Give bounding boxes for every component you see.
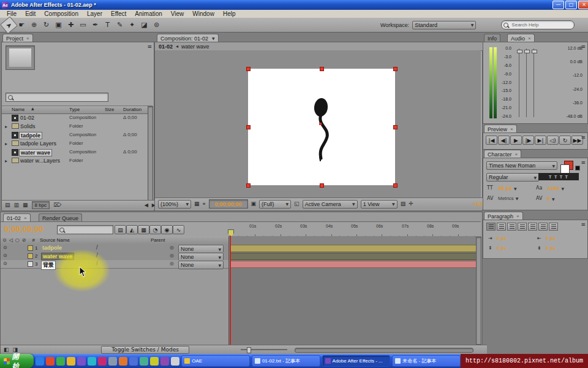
layer-row[interactable]: ⊙ 2 water wave / ◎ None bbox=[1, 252, 228, 261]
tab-character[interactable]: Character bbox=[484, 150, 521, 158]
target-icon[interactable]: ⌖ bbox=[203, 201, 206, 207]
leading-value[interactable]: Auto bbox=[547, 185, 564, 191]
eraser-tool-icon[interactable]: ◪ bbox=[138, 20, 150, 31]
selection-tool-icon[interactable]: ➤ bbox=[0, 16, 18, 34]
menu-effect[interactable]: Effect bbox=[107, 10, 130, 17]
breadcrumb-item[interactable]: water wave bbox=[181, 44, 209, 50]
layer-row[interactable]: ⊙ 3 背景 / ◎ None bbox=[1, 260, 228, 269]
new-folder-icon[interactable]: ▥ bbox=[14, 202, 20, 208]
quicklaunch-icon[interactable] bbox=[129, 357, 138, 366]
previous-frame-button[interactable]: ◀| bbox=[498, 136, 510, 145]
quicklaunch-icon[interactable] bbox=[98, 357, 107, 366]
layer-row[interactable]: ⊙ 1 tadpole / ◎ None bbox=[1, 244, 228, 253]
grid-options-icon[interactable]: ▦ bbox=[194, 201, 200, 207]
taskbar-button-notepad-untitled[interactable]: 未命名 - 記事本 bbox=[392, 355, 461, 367]
minimize-button[interactable]: — bbox=[552, 1, 564, 9]
project-row[interactable]: tadpole Layers Folder bbox=[4, 140, 148, 148]
project-search-input[interactable] bbox=[15, 94, 97, 101]
view-layout-select[interactable]: 1 View bbox=[361, 200, 398, 209]
audio-fader-both[interactable] bbox=[526, 48, 527, 117]
selection-handle[interactable] bbox=[246, 67, 251, 71]
scroll-left-icon[interactable]: ◀ bbox=[145, 203, 148, 208]
audio-fader-right[interactable] bbox=[533, 48, 534, 117]
project-row[interactable]: 01-02 Composition Δ 0;00 bbox=[4, 114, 148, 123]
tab-info[interactable]: Info bbox=[484, 34, 500, 42]
twirl-icon[interactable] bbox=[5, 123, 7, 129]
time-ruler[interactable]: 01s 02s 03s 04s 05s 06s 07s 08s 09s bbox=[228, 221, 481, 237]
quicklaunch-icon[interactable] bbox=[36, 357, 44, 366]
new-composition-icon[interactable]: ▦ bbox=[23, 202, 28, 208]
menu-window[interactable]: Window bbox=[188, 10, 219, 17]
quicklaunch-icon[interactable] bbox=[67, 357, 75, 366]
audio-fader-left[interactable] bbox=[519, 48, 519, 117]
label-color-swatch[interactable] bbox=[28, 245, 33, 251]
project-row[interactable]: water w...Layers Folder bbox=[4, 157, 148, 166]
selection-handle[interactable] bbox=[320, 183, 324, 188]
layer-name[interactable]: water wave bbox=[41, 253, 74, 260]
fill-color-swatch[interactable] bbox=[560, 164, 570, 174]
faux-style-buttons[interactable]: T T T T bbox=[538, 173, 579, 180]
help-search-input[interactable] bbox=[510, 21, 565, 28]
justify-last-left-button[interactable] bbox=[518, 223, 527, 231]
camera-view-select[interactable]: Active Camera bbox=[303, 200, 358, 209]
align-center-button[interactable] bbox=[497, 223, 506, 231]
selection-handle[interactable] bbox=[246, 125, 251, 129]
pen-tool-icon[interactable]: ✒ bbox=[89, 20, 101, 31]
menu-composition[interactable]: Composition bbox=[40, 10, 83, 17]
motion-blur-button[interactable]: ◉ bbox=[161, 225, 173, 234]
align-left-button[interactable] bbox=[486, 223, 496, 231]
twirl-icon[interactable] bbox=[5, 140, 7, 147]
quicklaunch-icon[interactable] bbox=[77, 357, 86, 366]
puppet-pin-tool-icon[interactable]: ⊚ bbox=[151, 20, 162, 31]
parent-pickwhip-icon[interactable]: ◎ bbox=[170, 253, 174, 258]
audio-toggle-button[interactable]: ◁) bbox=[547, 136, 559, 145]
quality-switch-icon[interactable]: / bbox=[96, 261, 98, 266]
layer-bar-tadpole[interactable] bbox=[230, 245, 481, 252]
quicklaunch-icon[interactable] bbox=[88, 357, 96, 366]
mask-shape-tool-icon[interactable]: ▭ bbox=[77, 20, 89, 31]
tab-project[interactable]: Project bbox=[2, 34, 33, 42]
comp-viewer[interactable] bbox=[155, 50, 481, 197]
selection-handle[interactable] bbox=[320, 67, 324, 71]
panel-menu-icon[interactable]: ≡ bbox=[581, 134, 586, 140]
label-color-swatch[interactable] bbox=[28, 253, 33, 259]
draft-3d-button[interactable]: ◭ bbox=[126, 225, 138, 234]
menu-layer[interactable]: Layer bbox=[83, 10, 107, 17]
transparency-grid-icon[interactable]: ▨ bbox=[401, 201, 406, 207]
parent-select[interactable]: None bbox=[178, 261, 224, 269]
project-row[interactable]: water wave Composition Δ 0;00 bbox=[4, 148, 148, 157]
camera-tool-icon[interactable]: ▣ bbox=[53, 20, 64, 31]
breadcrumb-comp[interactable]: 01-02 bbox=[159, 44, 173, 50]
workspace-select[interactable]: Standard bbox=[412, 21, 476, 29]
tab-timeline-01-02[interactable]: 01-02 bbox=[3, 213, 31, 222]
default-colors-swatch[interactable] bbox=[575, 166, 580, 171]
tracking-value[interactable]: 0 bbox=[547, 196, 555, 202]
comp-canvas[interactable] bbox=[248, 69, 395, 185]
parent-pickwhip-icon[interactable]: ◎ bbox=[170, 261, 174, 266]
project-row[interactable]: tadpole Composition Δ 0;00 bbox=[4, 131, 148, 140]
last-frame-button[interactable]: ▶| bbox=[535, 136, 546, 145]
timeline-hscrollbar[interactable] bbox=[295, 348, 473, 353]
project-scrollbar[interactable] bbox=[148, 106, 153, 205]
quality-switch-icon[interactable]: / bbox=[96, 245, 98, 250]
twirl-icon[interactable] bbox=[5, 158, 7, 164]
snapshot-icon[interactable]: ▣ bbox=[251, 201, 257, 207]
label-color-swatch[interactable] bbox=[28, 261, 33, 267]
graph-editor-button[interactable]: ∿ bbox=[173, 225, 184, 234]
tab-composition[interactable]: Composition: 01-02 bbox=[157, 34, 219, 42]
project-list-header[interactable]: Name ▲ Type Size Duration bbox=[2, 105, 153, 114]
quality-switch-icon[interactable]: / bbox=[96, 253, 98, 258]
eye-icon[interactable]: ⊙ bbox=[3, 245, 7, 250]
space-after-value[interactable]: 0 px bbox=[546, 245, 556, 251]
align-right-button[interactable] bbox=[507, 223, 516, 231]
current-time-display[interactable]: 0;00;00;00 bbox=[209, 199, 248, 209]
frame-blend-button[interactable]: ◔ bbox=[149, 225, 161, 234]
panel-menu-icon[interactable]: ≡ bbox=[581, 159, 586, 166]
project-row[interactable]: Solids Folder bbox=[4, 123, 148, 131]
tab-paragraph[interactable]: Paragraph bbox=[484, 212, 523, 220]
fader-knob[interactable] bbox=[524, 50, 530, 53]
menu-animation[interactable]: Animation bbox=[130, 10, 166, 17]
loop-button[interactable]: ↻ bbox=[559, 136, 571, 145]
quicklaunch-icon[interactable] bbox=[160, 357, 169, 366]
fader-knob[interactable] bbox=[532, 50, 537, 53]
